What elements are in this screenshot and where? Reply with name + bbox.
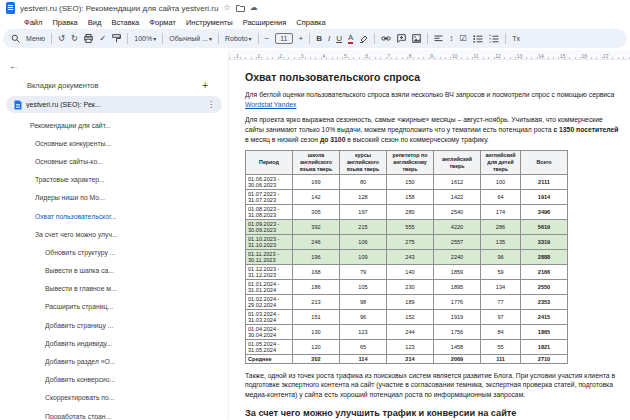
folder-icon — [236, 4, 245, 12]
star-icon[interactable]: ☆ — [223, 4, 230, 12]
table-cell-total: 2166 — [521, 264, 568, 279]
paragraph-text: в месяц в низкий сезон — [245, 136, 320, 143]
table-row: Среднее 202 114 214 2069 111 2710 — [246, 354, 568, 363]
app-body: ← Вкладки документов + yestveri.ru (SEO)… — [0, 50, 630, 419]
undo-icon[interactable]: ↺ — [58, 34, 65, 43]
table-cell: 106 — [340, 234, 387, 249]
outline-item[interactable]: Добавить раздел «О... — [0, 352, 228, 370]
menu-item[interactable]: Инструменты — [186, 18, 233, 27]
wordstat-yandex-link[interactable]: Wordstat Yandex — [245, 101, 296, 108]
outline-item[interactable]: Добавить конверсио... — [0, 371, 228, 389]
ruler-number: 6 — [366, 53, 388, 59]
outline-item-label: Расширить страниц... — [45, 303, 113, 310]
outline-item[interactable]: Расширить страниц... — [0, 298, 228, 316]
table-header-cell: английский тверь — [434, 151, 481, 175]
font-size-input[interactable]: 11 — [275, 33, 292, 44]
table-cell: 79 — [340, 264, 387, 279]
outline-item[interactable]: Трастовые характер... — [0, 171, 228, 189]
insert-link-icon[interactable] — [381, 34, 391, 43]
table-cell: 196 — [293, 249, 340, 264]
print-icon[interactable] — [84, 34, 93, 43]
add-comment-icon[interactable] — [397, 34, 406, 43]
outline-item-label: Добавить конверсио... — [45, 376, 115, 383]
table-cell-total: 2710 — [521, 354, 568, 363]
align-left-icon — [434, 35, 443, 43]
demand-table[interactable]: Периодшкола английского языка тверькурсы… — [245, 150, 568, 364]
table-cell: 246 — [293, 234, 340, 249]
outline-item[interactable]: Вывести в шапка са... — [0, 262, 228, 280]
table-cell-total: 1821 — [521, 339, 568, 354]
align-select[interactable] — [434, 35, 443, 43]
ruler-number: 16 — [582, 53, 604, 59]
table-cell: 2240 — [434, 249, 481, 264]
italic-button[interactable]: I — [328, 35, 330, 43]
table-cell-period: 01.02.2024 - 29.02.2024 — [246, 294, 293, 309]
cloud-status-icon[interactable]: ☁ — [250, 4, 258, 12]
menu-item[interactable]: Формат — [149, 18, 176, 27]
highlight-color-icon[interactable] — [359, 34, 368, 43]
menu-toggle-label[interactable]: Меню — [26, 35, 45, 42]
outline-item[interactable]: Охват пользовательског... — [0, 207, 228, 225]
table-cell: 1895 — [434, 279, 481, 294]
spellcheck-icon[interactable]: ✓ — [99, 34, 106, 43]
ruler-number: 9 — [430, 53, 452, 59]
tab-options-icon[interactable]: ⋮ — [207, 100, 215, 109]
table-row: 01.10.2023 - 31.10.2023 246 106 275 2557… — [246, 234, 568, 249]
add-tab-button[interactable]: + — [202, 80, 208, 91]
menu-item[interactable]: Справка — [296, 18, 325, 27]
table-cell: 197 — [340, 204, 387, 219]
outline-item[interactable]: Вывести в главное м... — [0, 280, 228, 298]
table-cell: 2540 — [434, 204, 481, 219]
numbered-list-icon[interactable] — [489, 35, 499, 43]
font-size-decrease-button[interactable]: − — [265, 35, 270, 43]
document-page[interactable]: Охват пользовательского спроса Для бегло… — [229, 59, 630, 419]
outline-item[interactable]: Добавить индивиду... — [0, 334, 228, 352]
outline-item[interactable]: Основные сайты-ко... — [0, 152, 228, 170]
outline-item[interactable]: Проработать стран... — [0, 407, 228, 419]
redo-icon[interactable]: ↻ — [71, 34, 78, 43]
menu-item[interactable]: Вставка — [111, 18, 139, 27]
menu-item[interactable]: Правка — [52, 18, 77, 27]
outline-item[interactable]: Скорректировать по... — [0, 389, 228, 407]
menu-item[interactable]: Файл — [24, 18, 42, 27]
outline-item[interactable]: За счет чего можно улуч... — [0, 225, 228, 243]
bulleted-list-icon[interactable] — [473, 35, 483, 43]
table-cell: 96 — [481, 249, 521, 264]
outline-item[interactable]: Обновить структуру ... — [0, 243, 228, 261]
table-cell: 2069 — [434, 354, 481, 363]
paragraph-style-select[interactable]: Обычный ...▾ — [169, 35, 212, 42]
font-family-select[interactable]: Roboto▾ — [225, 35, 252, 42]
outline-item[interactable]: Рекомендации для сайт... — [0, 116, 228, 134]
search-icon[interactable] — [11, 34, 20, 43]
document-tab[interactable]: yestveri.ru (SEO): Рек... ⋮ — [6, 96, 222, 113]
doc-file-icon — [14, 100, 22, 110]
back-arrow-icon[interactable]: ← — [9, 60, 19, 71]
docs-logo-icon[interactable] — [6, 2, 15, 14]
underline-button[interactable]: U — [336, 35, 342, 43]
outline-item[interactable]: Основные конкуренты... — [0, 134, 228, 152]
ruler[interactable]: 11234567891011121314151617 — [229, 50, 630, 59]
toolbar: Меню ↺ ↻ ✓ 100%▾ Обычный ...▾ Roboto▾ − … — [3, 29, 627, 48]
insert-image-icon[interactable] — [412, 34, 421, 43]
font-size-increase-button[interactable]: + — [299, 35, 304, 43]
table-row: 01.08.2023 - 31.08.2023 305 197 280 2540… — [246, 204, 568, 219]
document-title[interactable]: yestveri.ru (SEO): Рекомендации для сайт… — [20, 4, 218, 13]
outline-item[interactable]: Лидеры ниши по Мо... — [0, 189, 228, 207]
outline-item[interactable]: Добавить страницу ... — [0, 316, 228, 334]
bold-text: с 1350 посетителей — [553, 126, 618, 133]
bold-button[interactable]: B — [316, 35, 322, 43]
ruler-number: 8 — [409, 53, 431, 59]
menu-item[interactable]: Вид — [88, 18, 102, 27]
document-outline: Рекомендации для сайт... Основные конкур… — [0, 116, 228, 419]
text-color-button[interactable]: A — [348, 34, 353, 44]
table-cell: 80 — [340, 174, 387, 189]
move-folder-icon[interactable] — [236, 4, 245, 12]
menu-item[interactable]: Расширения — [243, 18, 287, 27]
clear-formatting-button[interactable]: Tx — [512, 35, 520, 42]
line-spacing-icon[interactable]: ↕ — [449, 34, 453, 43]
checklist-icon[interactable]: ☑ — [460, 34, 468, 43]
table-cell: 214 — [387, 354, 434, 363]
paint-format-icon[interactable] — [112, 34, 121, 43]
table-cell-period: 01.09.2023 - 30.09.2023 — [246, 219, 293, 234]
zoom-select[interactable]: 100%▾ — [134, 35, 156, 42]
